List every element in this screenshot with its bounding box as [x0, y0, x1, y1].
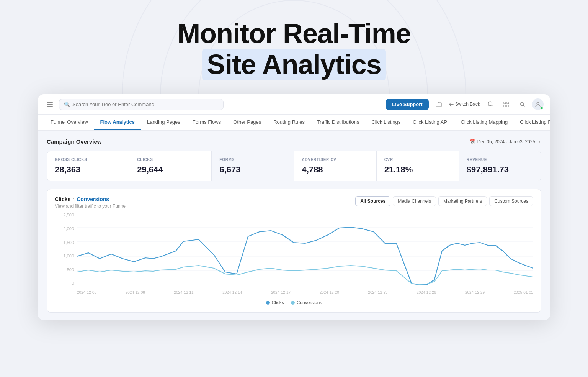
svg-point-8 — [537, 102, 539, 105]
top-bar: 🔍 Live Support Switch Back — [38, 94, 550, 115]
chart-grid-lines — [77, 213, 533, 285]
bell-icon[interactable] — [484, 98, 496, 110]
metric-label-clicks: CLICKS — [137, 157, 204, 162]
legend-dot — [291, 301, 295, 305]
campaign-title: Campaign Overview — [47, 138, 101, 145]
chart-x-label: 2024-12-11 — [174, 290, 194, 295]
metric-cell-forms: FORMS 6,673 — [212, 151, 294, 181]
chart-title-area: Clicks › Conversions View and filter tra… — [55, 196, 127, 209]
metric-cell-advertiser-cv: ADVERTISER CV 4,788 — [294, 151, 377, 181]
legend-label: Clicks — [272, 300, 284, 305]
hero-line2: Site Analytics — [202, 49, 386, 80]
hero-line1: Monitor Real-Time — [177, 18, 411, 49]
chart-y-label: 500 — [55, 267, 74, 272]
chart-legend: Clicks Conversions — [55, 300, 533, 305]
chart-inner — [77, 213, 533, 285]
chart-x-label: 2024-12-26 — [416, 290, 436, 295]
chart-title-sub: Conversions — [77, 196, 109, 202]
chart-x-labels: 2024-12-052024-12-082024-12-112024-12-14… — [77, 288, 533, 297]
chart-y-label: 0 — [55, 281, 74, 285]
dashboard-window: 🔍 Live Support Switch Back — [38, 94, 550, 320]
search-input[interactable] — [72, 102, 219, 107]
chart-container: 2,5002,0001,5001,0005000 — [55, 213, 533, 297]
nav-tab-routing-rules[interactable]: Routing Rules — [267, 115, 311, 130]
source-filter-custom-sources[interactable]: Custom Sources — [489, 196, 533, 206]
nav-tab-click-listing-api[interactable]: Click Listing API — [407, 115, 454, 130]
nav-tabs: Funnel OverviewFlow AnalyticsLanding Pag… — [38, 115, 550, 131]
live-support-button[interactable]: Live Support — [386, 99, 428, 110]
chart-subtitle: View and filter traffic to your Funnel — [55, 203, 127, 209]
avatar-online-dot — [540, 107, 543, 110]
search-bar[interactable]: 🔍 — [59, 99, 224, 110]
chart-x-label: 2024-12-05 — [77, 290, 96, 295]
nav-tab-traffic-distributions[interactable]: Traffic Distributions — [311, 115, 366, 130]
metric-label-gross-clicks: GROSS CLICKS — [55, 157, 121, 162]
chart-section: Clicks › Conversions View and filter tra… — [47, 189, 541, 313]
date-range-picker[interactable]: 📅 Dec 05, 2024 - Jan 03, 2025 ▼ — [469, 139, 541, 144]
chart-y-label: 2,000 — [55, 226, 74, 231]
svg-rect-1 — [47, 104, 53, 105]
legend-dot — [266, 301, 270, 305]
campaign-header: Campaign Overview 📅 Dec 05, 2024 - Jan 0… — [47, 138, 541, 145]
content-area: Campaign Overview 📅 Dec 05, 2024 - Jan 0… — [38, 131, 550, 320]
chart-y-label: 1,500 — [55, 240, 74, 245]
hero-section: Monitor Real-Time Site Analytics — [0, 0, 588, 94]
svg-rect-2 — [47, 106, 53, 107]
nav-tab-landing-pages[interactable]: Landing Pages — [141, 115, 186, 130]
metric-value-forms: 6,673 — [219, 165, 286, 175]
grid-icon[interactable] — [500, 98, 512, 110]
source-filters: All SourcesMedia ChannelsMarketing Partn… — [355, 196, 533, 206]
avatar[interactable] — [532, 98, 544, 110]
sidebar-toggle[interactable] — [44, 99, 55, 110]
chevron-down-icon: ▼ — [537, 139, 541, 144]
date-range-value: Dec 05, 2024 - Jan 03, 2025 — [477, 139, 535, 144]
nav-tab-click-listing-mapping[interactable]: Click Listing Mapping — [455, 115, 514, 130]
nav-tab-funnel-overview[interactable]: Funnel Overview — [44, 115, 94, 130]
legend-label: Conversions — [297, 300, 322, 305]
switch-back-label: Switch Back — [455, 102, 480, 107]
nav-tab-forms-flows[interactable]: Forms Flows — [186, 115, 227, 130]
nav-tab-click-listing-report[interactable]: Click Listing Report — [514, 115, 550, 130]
folder-icon[interactable] — [433, 98, 445, 110]
metric-value-clicks: 29,644 — [137, 165, 204, 175]
search-top-icon[interactable] — [516, 98, 528, 110]
chart-x-label: 2024-12-08 — [126, 290, 145, 295]
source-filter-media-channels[interactable]: Media Channels — [393, 196, 436, 206]
metric-value-advertiser-cv: 4,788 — [302, 165, 369, 175]
chart-x-label: 2024-12-20 — [320, 290, 339, 295]
svg-rect-0 — [47, 102, 53, 103]
metric-cell-gross-clicks: GROSS CLICKS 28,363 — [47, 151, 129, 181]
metric-value-gross-clicks: 28,363 — [55, 165, 121, 175]
hero-title: Monitor Real-Time Site Analytics — [0, 18, 588, 80]
chart-title: Clicks › Conversions — [55, 196, 127, 202]
source-filter-marketing-partners[interactable]: Marketing Partners — [438, 196, 487, 206]
chart-x-label: 2024-12-23 — [368, 290, 388, 295]
svg-rect-6 — [507, 105, 509, 107]
metric-label-forms: FORMS — [219, 157, 286, 162]
metric-label-advertiser-cv: ADVERTISER CV — [302, 157, 369, 162]
nav-tab-flow-analytics[interactable]: Flow Analytics — [94, 115, 141, 130]
metric-cell-clicks: CLICKS 29,644 — [129, 151, 212, 181]
chart-y-label: 1,000 — [55, 254, 74, 258]
chart-x-label: 2024-12-14 — [222, 290, 242, 295]
svg-rect-4 — [507, 102, 509, 104]
metric-value-revenue: $97,891.73 — [467, 165, 533, 175]
legend-item-clicks: Clicks — [266, 300, 284, 305]
source-filter-all-sources[interactable]: All Sources — [355, 196, 390, 206]
svg-rect-3 — [504, 102, 506, 104]
chart-x-label: 2025-01-01 — [514, 290, 533, 295]
legend-item-conversions: Conversions — [291, 300, 322, 305]
breadcrumb-sep: › — [73, 197, 74, 202]
nav-tab-click-listings[interactable]: Click Listings — [365, 115, 407, 130]
chart-y-labels: 2,5002,0001,5001,0005000 — [55, 213, 74, 285]
chart-x-label: 2024-12-29 — [465, 290, 485, 295]
calendar-icon: 📅 — [469, 139, 475, 144]
svg-rect-5 — [504, 105, 506, 107]
chart-title-main: Clicks — [55, 196, 70, 202]
switch-back-btn[interactable]: Switch Back — [449, 102, 480, 107]
metric-cell-revenue: REVENUE $97,891.73 — [459, 151, 541, 181]
chart-x-label: 2024-12-17 — [271, 290, 291, 295]
chart-y-label: 2,500 — [55, 213, 74, 217]
nav-tab-other-pages[interactable]: Other Pages — [227, 115, 267, 130]
chart-header: Clicks › Conversions View and filter tra… — [55, 196, 533, 209]
